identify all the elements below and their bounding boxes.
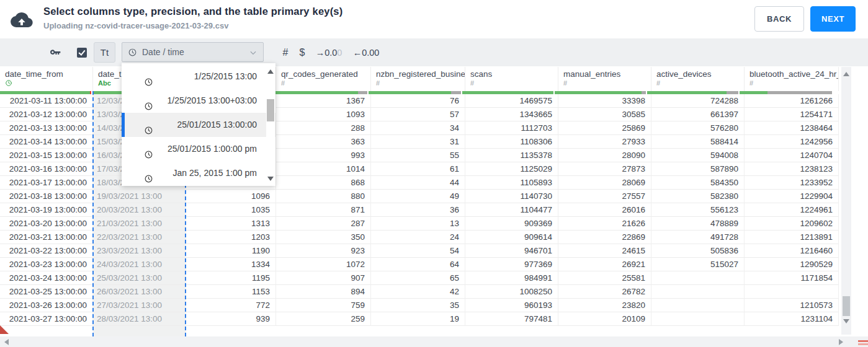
column-header[interactable]: nzbn_registered_busine# (371, 67, 465, 91)
table-cell[interactable]: 288 (276, 121, 371, 135)
table-cell[interactable]: 2021-03-24 13:00:00 (0, 271, 93, 285)
table-cell[interactable]: 1238123 (745, 162, 839, 176)
table-cell[interactable]: 26782 (558, 285, 651, 299)
table-cell[interactable]: 28069 (558, 176, 651, 190)
table-cell[interactable]: 36 (371, 203, 465, 217)
scroll-up-arrow-icon[interactable] (267, 69, 274, 74)
table-cell[interactable]: 30585 (558, 108, 651, 121)
table-cell[interactable]: 65 (371, 271, 465, 285)
table-cell[interactable]: 76 (371, 94, 465, 108)
table-cell[interactable]: 894 (276, 285, 371, 299)
table-cell[interactable]: 588414 (651, 135, 745, 149)
table-cell[interactable]: 977369 (465, 258, 558, 271)
table-cell[interactable]: 1014 (276, 162, 371, 176)
table-cell[interactable]: 1171854 (745, 271, 839, 285)
table-cell[interactable]: 54 (371, 244, 465, 258)
table-cell[interactable]: 1233952 (745, 176, 839, 190)
table-cell[interactable]: 49 (371, 190, 465, 203)
scroll-up-arrow-icon[interactable] (843, 72, 849, 76)
table-cell[interactable]: 20/03/2021 13:00 (93, 203, 186, 217)
table-cell[interactable]: 22/03/2021 13:00 (93, 231, 186, 244)
table-cell[interactable]: 1261266 (745, 94, 839, 108)
scroll-left-arrow-icon[interactable] (4, 339, 9, 345)
table-cell[interactable]: 584350 (651, 176, 745, 190)
table-cell[interactable]: 2021-03-11 13:00:00 (0, 94, 93, 108)
table-cell[interactable]: 594008 (651, 149, 745, 162)
table-cell[interactable]: 2021-03-25 13:00:00 (0, 285, 93, 299)
column-header[interactable]: active_devices# (651, 67, 745, 91)
table-cell[interactable]: 505836 (651, 244, 745, 258)
table-cell[interactable]: 2021-03-16 13:00:00 (0, 162, 93, 176)
boolean-type-checkbox[interactable] (76, 38, 88, 66)
table-cell[interactable]: 31 (371, 135, 465, 149)
table-cell[interactable]: 1238464 (745, 121, 839, 135)
table-cell[interactable]: 2021-03-21 13:00:00 (0, 231, 93, 244)
table-cell[interactable]: 880 (276, 190, 371, 203)
text-type-button[interactable]: Tt (94, 42, 115, 63)
table-cell[interactable]: 1242956 (745, 135, 839, 149)
table-cell[interactable]: 1104477 (465, 203, 558, 217)
primary-key-icon[interactable] (46, 38, 65, 66)
table-cell[interactable]: 1008250 (465, 285, 558, 299)
table-cell[interactable]: 28090 (558, 149, 651, 162)
increase-decimal-button[interactable]: →0.00 (313, 38, 345, 66)
table-cell[interactable]: 661397 (651, 108, 745, 121)
table-cell[interactable]: 1203 (186, 231, 276, 244)
table-cell[interactable]: 2021-03-23 13:00:00 (0, 258, 93, 271)
column-header[interactable]: manual_entries# (558, 67, 651, 91)
table-cell[interactable]: 2021-03-22 13:00:00 (0, 244, 93, 258)
table-cell[interactable]: 57 (371, 108, 465, 121)
table-cell[interactable]: 1334 (186, 258, 276, 271)
table-cell[interactable]: 1254171 (745, 108, 839, 121)
table-cell[interactable] (745, 285, 839, 299)
table-cell[interactable]: 2021-03-15 13:00:00 (0, 149, 93, 162)
table-cell[interactable]: 576280 (651, 121, 745, 135)
column-type-select[interactable]: Date / time (122, 42, 264, 62)
table-cell[interactable]: 1093 (276, 108, 371, 121)
table-cell[interactable]: 1072 (276, 258, 371, 271)
table-cell[interactable]: 24 (371, 231, 465, 244)
currency-type-button[interactable]: $ (295, 38, 309, 66)
table-cell[interactable]: 44 (371, 176, 465, 190)
column-header[interactable]: bluetooth_active_24_hr_# (745, 67, 839, 91)
table-cell[interactable]: 1035 (186, 203, 276, 217)
scroll-right-arrow-icon[interactable] (839, 339, 843, 345)
table-cell[interactable]: 993 (276, 149, 371, 162)
table-cell[interactable]: 1210573 (745, 299, 839, 312)
table-cell[interactable]: 350 (276, 231, 371, 244)
table-cell[interactable]: 23/03/2021 13:00 (93, 244, 186, 258)
dropdown-option[interactable]: 1/25/2015 13:00+03:00 (122, 89, 275, 113)
table-cell[interactable]: 1190 (186, 244, 276, 258)
table-cell[interactable]: 19/03/2021 13:00 (93, 190, 186, 203)
table-cell[interactable]: 33398 (558, 94, 651, 108)
table-cell[interactable]: 1231104 (745, 312, 839, 326)
table-cell[interactable]: 25581 (558, 271, 651, 285)
vertical-scrollbar-thumb[interactable] (843, 296, 850, 316)
table-cell[interactable]: 1343665 (465, 108, 558, 121)
table-cell[interactable]: 27873 (558, 162, 651, 176)
table-cell[interactable]: 2021-03-27 13:00:00 (0, 312, 93, 326)
table-cell[interactable]: 35 (371, 299, 465, 312)
table-cell[interactable]: 871 (276, 203, 371, 217)
table-cell[interactable]: 478889 (651, 217, 745, 231)
decrease-decimal-button[interactable]: ←0.00 (350, 38, 382, 66)
table-cell[interactable]: 21/03/2021 13:00 (93, 217, 186, 231)
table-cell[interactable]: 759 (276, 299, 371, 312)
table-cell[interactable]: 1290529 (745, 258, 839, 271)
table-cell[interactable]: 55 (371, 149, 465, 162)
table-cell[interactable]: 907 (276, 271, 371, 285)
table-cell[interactable] (651, 312, 745, 326)
table-cell[interactable]: 2021-03-19 13:00:00 (0, 203, 93, 217)
table-cell[interactable]: 491728 (651, 231, 745, 244)
table-cell[interactable]: 28/03/2021 13:00 (93, 312, 186, 326)
table-cell[interactable]: 946701 (465, 244, 558, 258)
dropdown-option-selected[interactable]: 25/01/2015 13:00:00 (122, 113, 275, 137)
table-cell[interactable]: 1240704 (745, 149, 839, 162)
table-cell[interactable]: 24615 (558, 244, 651, 258)
table-cell[interactable]: 20109 (558, 312, 651, 326)
table-cell[interactable]: 1224961 (745, 203, 839, 217)
table-cell[interactable]: 1135378 (465, 149, 558, 162)
table-cell[interactable]: 923 (276, 244, 371, 258)
table-cell[interactable]: 797481 (465, 312, 558, 326)
table-cell[interactable]: 2021-03-20 13:00:00 (0, 217, 93, 231)
